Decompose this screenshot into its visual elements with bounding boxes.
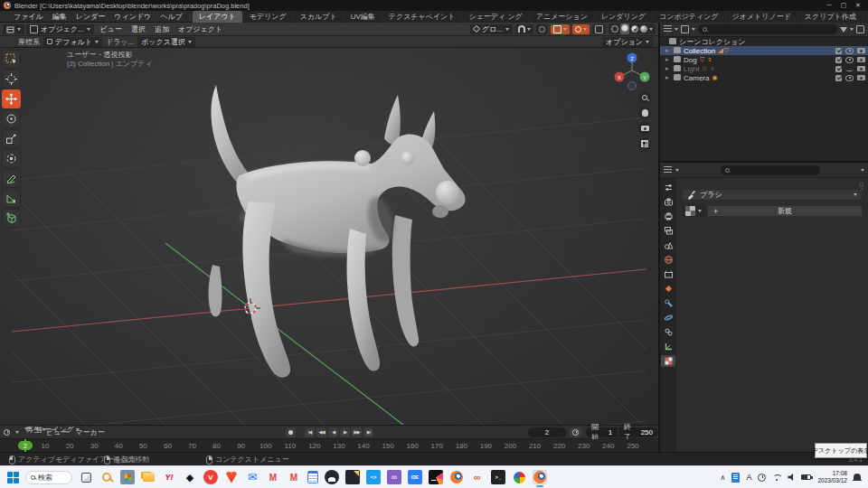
visibility-eye-icon[interactable] [845,57,854,63]
properties-editor-icon[interactable] [664,166,672,174]
workspace-tab[interactable]: アニメーション [530,11,594,23]
transport-button[interactable]: ◀ [328,427,338,437]
add-cube-tool-button[interactable] [2,209,21,228]
outliner-row[interactable]: ▸ Collection ◢▽ [660,46,868,55]
negative-z-axis-ball[interactable] [628,82,637,90]
use-preview-range-button[interactable] [570,427,581,437]
transport-button[interactable]: ▶▶ [352,427,362,437]
task-view-icon[interactable] [79,470,93,484]
timeline-menu-item[interactable]: 再生 [24,427,28,430]
properties-search-input[interactable] [721,165,820,175]
measure-tool-button[interactable] [2,189,21,208]
workspace-tab[interactable]: スカルプト [294,11,344,23]
blender-icon[interactable] [449,470,464,484]
key-app-icon[interactable] [99,470,114,484]
outliner-search-input[interactable] [698,24,837,34]
properties-options-icon[interactable] [861,169,864,172]
terminal-icon[interactable]: >_ [491,470,505,484]
timeline-editor-icon[interactable] [4,429,10,436]
current-frame-badge[interactable]: 2 [18,441,33,450]
solid-shading-button[interactable] [620,23,629,34]
minimize-button[interactable]: ─ [823,2,835,9]
tab-scene[interactable] [661,239,675,251]
taskbar-search-input[interactable]: 検索 [25,471,72,484]
ime-dictionary-icon[interactable] [731,473,740,483]
speaker-icon[interactable] [788,474,795,481]
transport-button[interactable]: ▶| [363,427,373,437]
expand-arrow-icon[interactable]: ▸ [665,74,671,81]
vivaldi-icon[interactable]: V [203,470,218,484]
mode-dropdown[interactable]: オブジェク... [26,24,94,34]
blender-active-icon[interactable] [533,470,547,484]
infinity-app-icon[interactable]: ∞ [470,470,485,484]
black-app-icon[interactable]: ◆ [183,470,197,484]
snap-toggle[interactable] [515,24,533,34]
zoom-button[interactable] [638,91,651,104]
workspace-tab[interactable]: + [863,11,868,23]
viewport-menu-item[interactable]: オブジェクト [174,24,227,34]
xray-toggle[interactable] [592,24,606,34]
transport-button[interactable]: ◀◀ [316,427,326,437]
end-frame-field[interactable]: 終了250 [618,427,658,437]
clock-datetime[interactable]: 17:08 2023/03/12 [817,470,847,484]
tab-object[interactable] [661,283,675,295]
tab-view-layer[interactable] [661,225,675,237]
dark-editor-icon[interactable] [345,470,360,484]
selectable-checkbox-icon[interactable] [835,57,842,63]
mail-icon[interactable]: ✉ [245,470,259,484]
render-visibility-icon[interactable] [857,75,865,80]
outliner-editor-icon[interactable] [664,25,672,33]
transport-button[interactable]: |◀ [305,427,315,437]
expand-arrow-icon[interactable]: ▸ [665,65,671,72]
editor-type-button[interactable] [3,24,24,34]
bird-app-icon[interactable] [512,470,526,484]
render-visibility-icon[interactable] [857,48,865,53]
wifi-icon[interactable] [772,474,781,481]
tweak-select-tool-button[interactable] [2,50,21,69]
cursor-tool-button[interactable] [2,70,21,89]
brush-texture-dropdown[interactable]: ブラシ [682,189,863,201]
navigation-gizmo[interactable]: Z X Y [611,50,653,91]
material-preview-button[interactable] [631,25,638,33]
battery-icon[interactable] [801,474,811,480]
transform-tool-button[interactable] [2,149,21,168]
workspace-tab[interactable]: シェーディ ング [462,11,528,23]
texture-type-dropdown[interactable] [682,205,705,217]
tab-modifiers[interactable] [661,297,675,309]
workspace-tab[interactable]: レイアウト [193,11,242,23]
visibility-eye-icon[interactable] [845,48,854,54]
hidden-icons-chevron-icon[interactable]: ∧ [721,474,726,482]
jetbrains-icon[interactable] [429,470,443,484]
ime-mode-indicator[interactable]: A [746,473,751,482]
start-button[interactable] [7,472,19,483]
start-frame-field[interactable]: 開始1 [586,427,618,437]
perspective-toggle-button[interactable] [638,137,651,150]
show-gizmo-toggle[interactable] [551,24,570,34]
filter-icon[interactable] [840,27,847,33]
tab-collection[interactable] [661,268,675,280]
ide-icon[interactable]: IDE [408,470,422,484]
annotate-tool-button[interactable] [2,169,21,188]
options-dropdown[interactable]: オプション [602,37,653,47]
coord-system-dropdown[interactable]: デフォルト [43,37,102,47]
record-button[interactable] [286,427,296,437]
outliner-row[interactable]: ▸ Dog ▽ 3 [660,55,868,64]
workspace-tab[interactable]: モデリング [243,11,293,23]
workspace-tab[interactable]: テクスチャペイント [382,11,462,23]
visibility-eye-icon[interactable] [845,75,854,81]
workspace-tab[interactable]: コンポジティング [653,11,725,23]
ms-store-icon[interactable] [120,470,135,484]
timeline-menu-item[interactable]: マーカー [75,427,104,437]
outliner-row[interactable]: ▸ Camera ◉ [660,73,868,82]
maximize-button[interactable]: ▢ [837,2,850,9]
new-texture-button[interactable]: + 新規 [707,205,863,217]
rotate-tool-button[interactable] [2,109,21,128]
visibility-eye-icon[interactable] [845,67,854,71]
show-overlays-toggle[interactable] [572,24,590,34]
render-visibility-icon[interactable] [857,66,865,71]
move-tool-button[interactable] [2,89,21,108]
tab-output[interactable] [661,211,675,222]
vscode-icon[interactable]: <> [366,470,381,484]
yahoo-icon[interactable]: Y! [162,470,176,484]
new-collection-icon[interactable] [856,25,864,33]
